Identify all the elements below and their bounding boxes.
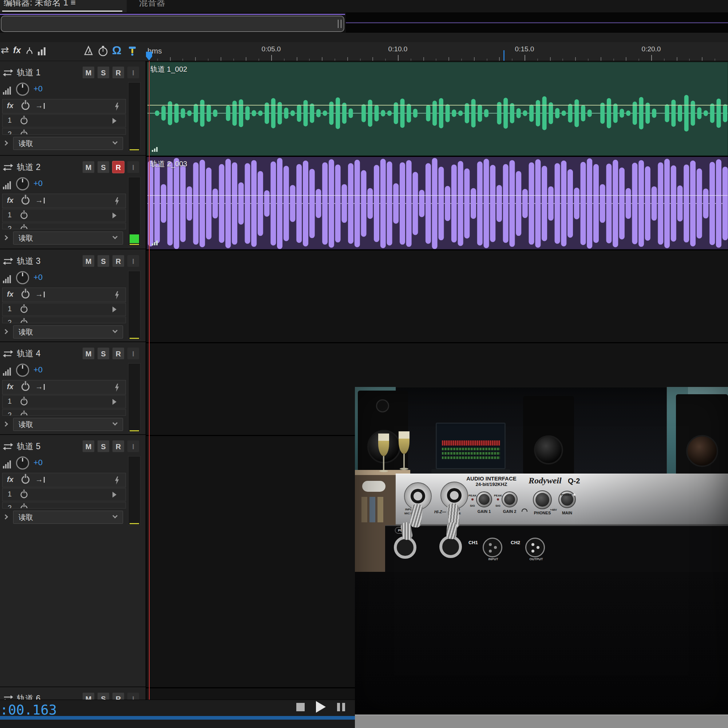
- range-bar[interactable]: [0, 716, 356, 720]
- fx-power-button[interactable]: [21, 197, 29, 205]
- expand-chevron-icon[interactable]: [3, 235, 8, 240]
- track-name[interactable]: 轨道 4: [17, 348, 40, 359]
- volume-value[interactable]: +0: [34, 84, 43, 93]
- solo-button[interactable]: S: [97, 440, 110, 453]
- volume-envelope-line[interactable]: [147, 105, 728, 106]
- freeze-bolt-icon[interactable]: [114, 197, 119, 206]
- fx-power-button[interactable]: [21, 476, 29, 484]
- track-name[interactable]: 轨道 6: [17, 693, 40, 700]
- automation-mode-dropdown[interactable]: 读取: [13, 137, 123, 150]
- volume-knob[interactable]: [16, 177, 29, 190]
- fx-button[interactable]: fx: [7, 102, 14, 110]
- volume-value[interactable]: +0: [34, 458, 43, 467]
- slot-power-button[interactable]: [20, 131, 27, 135]
- fx-slot-2[interactable]: 2: [2, 223, 126, 229]
- marker-tool-icon[interactable]: [127, 45, 138, 58]
- mute-button[interactable]: M: [82, 440, 95, 453]
- metering-icon[interactable]: [38, 47, 47, 55]
- playhead-line[interactable]: [149, 61, 150, 700]
- monitor-input-button[interactable]: I: [127, 440, 139, 453]
- monitor-input-button[interactable]: I: [127, 692, 139, 700]
- slot-power-button[interactable]: [20, 212, 27, 219]
- slot-arrow-icon[interactable]: [112, 492, 116, 498]
- solo-button[interactable]: S: [97, 347, 110, 359]
- move-tool-icon[interactable]: ⇄: [1, 44, 9, 56]
- snap-magnet-icon[interactable]: Ω: [112, 44, 122, 57]
- slot-arrow-icon[interactable]: [112, 118, 116, 124]
- input-routing-icon[interactable]: →: [35, 382, 45, 391]
- volume-knob[interactable]: [16, 364, 29, 377]
- solo-button[interactable]: S: [97, 255, 110, 267]
- scrollbar-grip[interactable]: [338, 20, 341, 28]
- zoom-navigator-scrollbar[interactable]: [1, 16, 344, 32]
- track-name[interactable]: 轨道 5: [17, 441, 40, 452]
- fx-slot-2[interactable]: 2: [2, 502, 126, 509]
- slot-power-button[interactable]: [20, 398, 27, 405]
- mute-button[interactable]: M: [82, 255, 95, 267]
- solo-button[interactable]: S: [97, 692, 110, 700]
- monitor-input-button[interactable]: I: [127, 161, 139, 173]
- slot-power-button[interactable]: [20, 505, 27, 509]
- fx-power-button[interactable]: [21, 291, 29, 298]
- slot-power-button[interactable]: [20, 117, 27, 124]
- fx-button[interactable]: fx: [7, 476, 14, 484]
- automation-mode-dropdown[interactable]: 读取: [13, 418, 123, 431]
- track-name[interactable]: 轨道 2: [17, 162, 40, 173]
- input-routing-icon[interactable]: →: [35, 290, 45, 298]
- split-tool-icon[interactable]: [25, 46, 34, 58]
- automation-mode-dropdown[interactable]: 读取: [13, 231, 123, 245]
- slot-power-button[interactable]: [20, 226, 27, 229]
- record-arm-button[interactable]: R: [112, 692, 124, 700]
- slot-power-button[interactable]: [20, 320, 27, 323]
- volume-value[interactable]: +0: [34, 365, 43, 375]
- fx-slot-1[interactable]: 1: [2, 488, 126, 501]
- tab-mixer[interactable]: 混音器: [135, 0, 176, 12]
- slot-arrow-icon[interactable]: [112, 399, 116, 405]
- volume-knob[interactable]: [16, 271, 29, 284]
- expand-chevron-icon[interactable]: [3, 141, 8, 145]
- stop-button[interactable]: [296, 703, 305, 711]
- expand-chevron-icon[interactable]: [3, 329, 8, 334]
- record-arm-button[interactable]: R: [112, 440, 124, 453]
- slot-arrow-icon[interactable]: [112, 306, 116, 312]
- slot-power-button[interactable]: [20, 491, 27, 498]
- slot-power-button[interactable]: [20, 306, 27, 313]
- input-routing-icon[interactable]: →: [35, 475, 45, 484]
- timer-icon[interactable]: [98, 45, 109, 58]
- freeze-bolt-icon[interactable]: [114, 102, 119, 111]
- monitor-input-button[interactable]: I: [127, 66, 139, 79]
- fx-button[interactable]: fx: [7, 290, 14, 298]
- fx-button[interactable]: fx: [7, 382, 14, 391]
- slot-arrow-icon[interactable]: [112, 213, 116, 219]
- play-button[interactable]: [316, 701, 326, 713]
- fx-power-button[interactable]: [21, 383, 29, 391]
- monitor-input-button[interactable]: I: [127, 347, 139, 359]
- slot-power-button[interactable]: [20, 412, 27, 416]
- fx-slot-1[interactable]: 1: [2, 114, 126, 127]
- fx-toggle-icon[interactable]: fx: [13, 45, 21, 55]
- fx-slot-2[interactable]: 2: [2, 409, 126, 416]
- record-arm-button[interactable]: R: [112, 161, 124, 173]
- record-arm-button[interactable]: R: [112, 347, 124, 359]
- mute-button[interactable]: M: [82, 161, 95, 173]
- solo-button[interactable]: S: [97, 66, 110, 79]
- freeze-bolt-icon[interactable]: [114, 291, 119, 300]
- volume-value[interactable]: +0: [34, 273, 43, 282]
- volume-knob[interactable]: [16, 456, 29, 470]
- fx-slot-1[interactable]: 1: [2, 395, 126, 408]
- record-arm-button[interactable]: R: [112, 255, 124, 267]
- input-routing-icon[interactable]: →: [35, 101, 45, 110]
- track-name[interactable]: 轨道 1: [17, 67, 40, 78]
- automation-mode-dropdown[interactable]: 读取: [13, 511, 123, 524]
- expand-chevron-icon[interactable]: [3, 514, 8, 519]
- mute-button[interactable]: M: [82, 347, 95, 359]
- volume-knob[interactable]: [16, 83, 29, 96]
- fx-power-button[interactable]: [21, 102, 29, 110]
- pause-button[interactable]: [337, 703, 346, 711]
- fx-slot-1[interactable]: 1: [2, 303, 126, 316]
- fx-button[interactable]: fx: [7, 196, 14, 205]
- tab-editor[interactable]: 编辑器: 未命名 1 ≡: [0, 0, 127, 12]
- monitor-input-button[interactable]: I: [127, 255, 139, 267]
- timecode-display[interactable]: :00.163: [0, 702, 57, 718]
- timeline-ruler[interactable]: hms 0:05.00:10.00:15.00:20.0: [145, 42, 728, 61]
